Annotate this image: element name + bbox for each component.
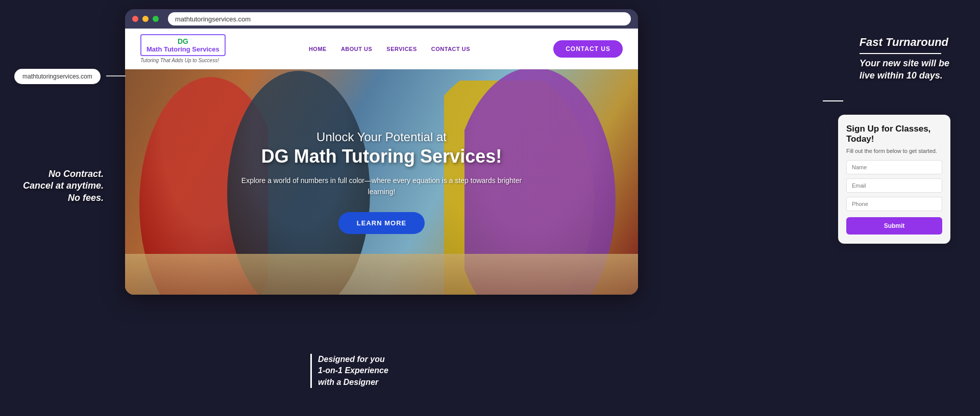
- browser-toolbar: mathtutoringservices.com: [125, 9, 638, 29]
- nav-home[interactable]: HOME: [309, 46, 327, 52]
- connector-line-left: [106, 75, 126, 76]
- logo-tagline: Tutoring That Adds Up to Success!: [140, 58, 219, 63]
- logo-area: DG Math Tutoring Services Tutoring That …: [140, 34, 226, 63]
- nav-contact[interactable]: CONTACT US: [431, 46, 470, 52]
- designed-for-line1: Designed for you: [318, 354, 388, 365]
- designed-for-annotation: Designed for you 1-on-1 Experience with …: [310, 354, 388, 388]
- signup-card: Sign Up for Classes, Today! Fill out the…: [838, 115, 950, 244]
- email-input[interactable]: [846, 178, 942, 193]
- designed-for-line2: 1-on-1 Experience: [318, 365, 388, 376]
- designed-for-line3: with a Designer: [318, 377, 388, 388]
- nav-links: HOME ABOUT US SERVICES CONTACT US: [309, 46, 470, 52]
- signup-card-subtitle: Fill out the form below to get started.: [846, 148, 942, 154]
- minimize-button[interactable]: [142, 16, 149, 22]
- learn-more-button[interactable]: LEARN MORE: [338, 212, 425, 234]
- hero-content: Unlock Your Potential at DG Math Tutorin…: [224, 120, 540, 244]
- no-contract-line3: No fees.: [23, 192, 104, 204]
- no-contract-line1: No Contract.: [23, 168, 104, 180]
- no-contract-line2: Cancel at anytime.: [23, 180, 104, 192]
- url-text: mathtutoringservices.com: [175, 15, 251, 23]
- url-annotation: mathtutoringservices.com: [14, 69, 101, 84]
- logo-main: Math Tutoring Services: [146, 45, 219, 53]
- phone-input[interactable]: [846, 197, 942, 211]
- table-surface: [125, 254, 638, 295]
- fast-turnaround-line2: Your new site will be: [860, 57, 949, 69]
- hero-description: Explore a world of numbers in full color…: [234, 175, 530, 198]
- hero-subtitle: Unlock Your Potential at: [234, 130, 530, 144]
- url-annotation-text: mathtutoringservices.com: [22, 73, 92, 80]
- logo-box: DG Math Tutoring Services: [140, 34, 226, 56]
- close-button[interactable]: [132, 16, 138, 22]
- fast-turnaround-line1: Fast Turnaround: [860, 35, 949, 50]
- submit-button[interactable]: Submit: [846, 217, 942, 235]
- annotation-divider: [860, 53, 941, 54]
- maximize-button[interactable]: [153, 16, 159, 22]
- hero-section: Unlock Your Potential at DG Math Tutorin…: [125, 69, 638, 295]
- site-header: DG Math Tutoring Services Tutoring That …: [125, 29, 638, 69]
- website-frame: DG Math Tutoring Services Tutoring That …: [125, 29, 638, 295]
- fast-turnaround-line3: live within 10 days.: [860, 69, 949, 82]
- signup-card-title: Sign Up for Classes, Today!: [846, 124, 942, 145]
- fast-turnaround-annotation: Fast Turnaround Your new site will be li…: [860, 35, 949, 82]
- nav-about[interactable]: ABOUT US: [341, 46, 372, 52]
- hero-title: DG Math Tutoring Services!: [234, 146, 530, 167]
- connector-line-right: [823, 100, 843, 101]
- contact-us-button[interactable]: CONTACT US: [553, 40, 623, 58]
- no-contract-annotation: No Contract. Cancel at anytime. No fees.: [23, 168, 104, 204]
- logo-dg: DG: [146, 37, 219, 45]
- browser-window: mathtutoringservices.com DG Math Tutorin…: [125, 9, 638, 295]
- nav-services[interactable]: SERVICES: [386, 46, 416, 52]
- url-bar[interactable]: mathtutoringservices.com: [168, 12, 631, 25]
- name-input[interactable]: [846, 160, 942, 174]
